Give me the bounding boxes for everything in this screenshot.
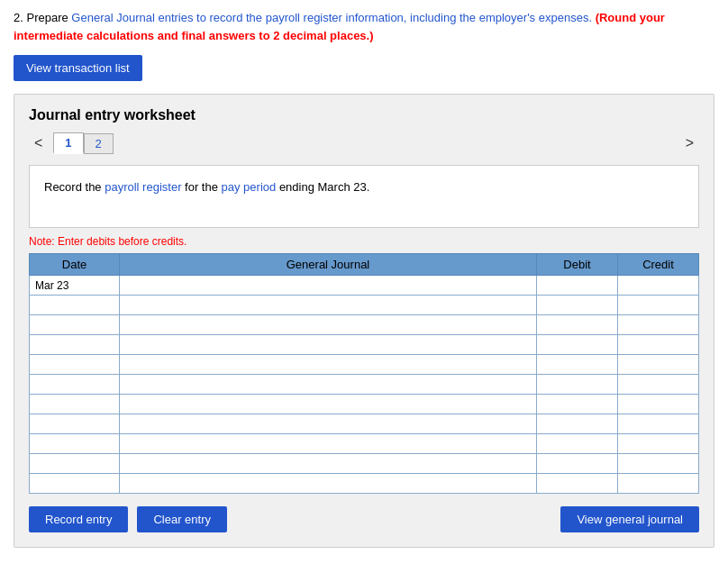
debit-cell-1[interactable]	[537, 296, 618, 315]
date-cell-10	[30, 474, 120, 494]
journal-cell-1[interactable]	[120, 296, 537, 315]
credit-input-2[interactable]	[618, 315, 698, 334]
tab-navigation: < 1 2 >	[29, 132, 699, 154]
journal-cell-9[interactable]	[120, 454, 537, 474]
table-row	[30, 454, 699, 474]
journal-input-8[interactable]	[120, 434, 536, 453]
date-cell-3	[30, 335, 120, 355]
journal-input-3[interactable]	[120, 335, 536, 354]
credit-input-6[interactable]	[618, 395, 698, 414]
debit-cell-8[interactable]	[537, 434, 618, 454]
debit-cell-6[interactable]	[537, 395, 618, 414]
credit-input-10[interactable]	[618, 474, 698, 493]
journal-input-7[interactable]	[120, 414, 536, 433]
table-row	[30, 375, 699, 395]
debit-input-9[interactable]	[537, 454, 617, 473]
credit-input-1[interactable]	[618, 296, 698, 314]
debit-input-2[interactable]	[537, 315, 617, 334]
view-transaction-button[interactable]: View transaction list	[14, 55, 142, 81]
credit-cell-3[interactable]	[618, 335, 699, 355]
journal-input-0[interactable]	[120, 276, 536, 295]
journal-cell-0[interactable]	[120, 276, 537, 296]
journal-cell-7[interactable]	[120, 414, 537, 434]
debit-input-5[interactable]	[537, 375, 617, 394]
tab-next-arrow[interactable]: >	[680, 133, 699, 153]
journal-input-5[interactable]	[120, 375, 536, 394]
journal-cell-4[interactable]	[120, 355, 537, 375]
credit-cell-5[interactable]	[618, 375, 699, 395]
debit-cell-3[interactable]	[537, 335, 618, 355]
journal-input-6[interactable]	[120, 395, 536, 414]
journal-input-1[interactable]	[120, 296, 536, 314]
view-general-journal-button[interactable]: View general journal	[560, 506, 699, 532]
journal-input-10[interactable]	[120, 474, 536, 493]
debit-cell-5[interactable]	[537, 375, 618, 395]
date-cell-0: Mar 23	[30, 276, 120, 296]
debit-input-6[interactable]	[537, 395, 617, 414]
debit-input-0[interactable]	[537, 276, 617, 295]
date-cell-4	[30, 355, 120, 375]
credit-cell-9[interactable]	[618, 454, 699, 474]
table-row	[30, 315, 699, 335]
journal-cell-5[interactable]	[120, 375, 537, 395]
journal-cell-3[interactable]	[120, 335, 537, 355]
journal-cell-10[interactable]	[120, 474, 537, 494]
table-row	[30, 414, 699, 434]
debit-input-3[interactable]	[537, 335, 617, 354]
record-entry-button[interactable]: Record entry	[29, 506, 128, 532]
table-row	[30, 434, 699, 454]
debit-cell-9[interactable]	[537, 454, 618, 474]
journal-input-9[interactable]	[120, 454, 536, 473]
tab-prev-arrow[interactable]: <	[29, 133, 48, 153]
debit-cell-10[interactable]	[537, 474, 618, 494]
credit-input-3[interactable]	[618, 335, 698, 354]
tab-2[interactable]: 2	[84, 133, 114, 154]
date-cell-2	[30, 315, 120, 335]
debit-input-4[interactable]	[537, 355, 617, 374]
credit-input-0[interactable]	[618, 276, 698, 295]
table-row	[30, 395, 699, 414]
date-cell-1	[30, 296, 120, 315]
credit-input-7[interactable]	[618, 414, 698, 433]
table-row	[30, 335, 699, 355]
table-row	[30, 296, 699, 315]
debit-input-8[interactable]	[537, 434, 617, 453]
instruction-text: Record the payroll register for the pay …	[44, 180, 369, 194]
journal-cell-8[interactable]	[120, 434, 537, 454]
credit-input-8[interactable]	[618, 434, 698, 453]
journal-input-4[interactable]	[120, 355, 536, 374]
credit-cell-7[interactable]	[618, 414, 699, 434]
credit-cell-4[interactable]	[618, 355, 699, 375]
journal-table: Date General Journal Debit Credit Mar 23	[29, 253, 699, 494]
journal-cell-2[interactable]	[120, 315, 537, 335]
credit-cell-10[interactable]	[618, 474, 699, 494]
credit-input-9[interactable]	[618, 454, 698, 473]
worksheet-container: Journal entry worksheet < 1 2 > Record t…	[14, 94, 714, 548]
bottom-buttons: Record entry Clear entry View general jo…	[29, 506, 699, 532]
credit-input-4[interactable]	[618, 355, 698, 374]
credit-input-5[interactable]	[618, 375, 698, 394]
credit-cell-0[interactable]	[618, 276, 699, 296]
debit-input-10[interactable]	[537, 474, 617, 493]
date-cell-7	[30, 414, 120, 434]
worksheet-title: Journal entry worksheet	[29, 107, 699, 123]
debit-cell-4[interactable]	[537, 355, 618, 375]
debit-input-1[interactable]	[537, 296, 617, 314]
debit-cell-7[interactable]	[537, 414, 618, 434]
debit-input-7[interactable]	[537, 414, 617, 433]
table-row	[30, 474, 699, 494]
credit-cell-8[interactable]	[618, 434, 699, 454]
credit-cell-2[interactable]	[618, 315, 699, 335]
date-cell-5	[30, 375, 120, 395]
debit-cell-0[interactable]	[537, 276, 618, 296]
credit-cell-1[interactable]	[618, 296, 699, 315]
credit-cell-6[interactable]	[618, 395, 699, 414]
header-debit: Debit	[537, 254, 618, 276]
clear-entry-button[interactable]: Clear entry	[137, 506, 227, 532]
journal-input-2[interactable]	[120, 315, 536, 334]
date-cell-9	[30, 454, 120, 474]
debit-cell-2[interactable]	[537, 315, 618, 335]
journal-cell-6[interactable]	[120, 395, 537, 414]
question-text: 2. Prepare General Journal entries to re…	[14, 9, 714, 44]
tab-1[interactable]: 1	[53, 132, 83, 154]
